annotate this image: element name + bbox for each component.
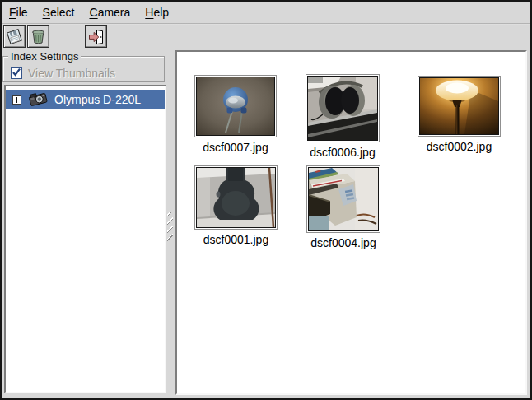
exit-button[interactable] bbox=[85, 25, 107, 48]
thumbnail-label: dscf0002.jpg bbox=[427, 140, 492, 153]
tree-item-olympus-d220l[interactable]: Olympus D-220L bbox=[6, 90, 165, 109]
thumbnail-frame bbox=[194, 75, 277, 137]
camera-app-window: File Select Camera Help bbox=[0, 0, 532, 400]
thumbnail-cell-dscf0007[interactable]: dscf0007.jpg bbox=[194, 75, 277, 154]
exit-door-icon bbox=[87, 28, 105, 45]
thumbnail-image-dscf0004 bbox=[308, 167, 379, 231]
thumbnail-frame bbox=[194, 165, 278, 230]
thumbnail-cell-dscf0002[interactable]: dscf0002.jpg bbox=[418, 76, 501, 153]
view-thumbnails-checkbox[interactable] bbox=[11, 67, 22, 79]
checkmark-icon bbox=[12, 66, 21, 81]
tree-connector-line bbox=[21, 100, 27, 100]
menubar: File Select Camera Help bbox=[2, 2, 530, 23]
thumbnail-frame bbox=[306, 165, 380, 233]
save-button[interactable] bbox=[3, 25, 26, 48]
thumbnail-frame bbox=[418, 76, 501, 137]
tree-expander-plus-icon[interactable] bbox=[12, 95, 21, 105]
trash-icon bbox=[30, 28, 47, 45]
thumbnail-image-dscf0007 bbox=[196, 77, 275, 136]
thumbnail-cell-dscf0006[interactable]: dscf0006.jpg bbox=[306, 74, 380, 159]
menu-select[interactable]: Select bbox=[37, 2, 81, 22]
thumbnail-label: dscf0001.jpg bbox=[203, 233, 268, 246]
view-thumbnails-label: View Thumbnails bbox=[28, 67, 115, 80]
frame-title: Index Settings bbox=[8, 50, 81, 63]
camera-icon bbox=[28, 91, 49, 109]
splitter-grip-icon[interactable] bbox=[167, 212, 173, 242]
camera-tree-panel: Olympus D-220L bbox=[4, 85, 166, 393]
menu-file[interactable]: File bbox=[3, 2, 34, 22]
menu-help[interactable]: Help bbox=[139, 2, 175, 22]
floppy-disk-icon bbox=[6, 28, 23, 45]
thumbnail-image-dscf0006 bbox=[307, 76, 378, 141]
thumbnail-label: dscf0004.jpg bbox=[310, 236, 376, 249]
thumbnail-image-dscf0002 bbox=[419, 77, 499, 135]
thumbnail-label: dscf0007.jpg bbox=[203, 141, 268, 154]
menubar-divider bbox=[2, 23, 530, 25]
thumbnail-image-dscf0001 bbox=[196, 167, 276, 228]
thumbnail-panel: dscf0007.jpg bbox=[175, 50, 527, 395]
delete-button[interactable] bbox=[27, 25, 49, 48]
pane-splitter[interactable] bbox=[166, 51, 174, 394]
tree-item-label: Olympus D-220L bbox=[54, 93, 141, 106]
index-settings-frame: Index Settings View Thumbnails bbox=[2, 56, 165, 82]
menu-camera[interactable]: Camera bbox=[84, 2, 137, 22]
thumbnail-frame bbox=[306, 74, 380, 142]
thumbnail-cell-dscf0004[interactable]: dscf0004.jpg bbox=[306, 165, 380, 249]
thumbnail-label: dscf0006.jpg bbox=[310, 146, 375, 159]
thumbnail-cell-dscf0001[interactable]: dscf0001.jpg bbox=[194, 165, 278, 246]
